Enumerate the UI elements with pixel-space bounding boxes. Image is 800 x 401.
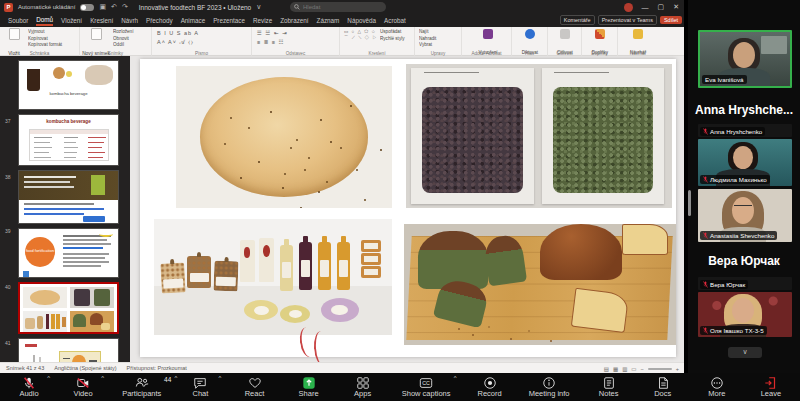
tab-kresleni[interactable]: Kreslení <box>90 17 113 24</box>
leave-button[interactable]: Leave <box>756 376 786 398</box>
slide-41[interactable] <box>140 59 676 357</box>
video-tile-vera[interactable]: Вера Юрчак <box>698 277 792 290</box>
font-size-controls[interactable]: A˄ A˅ 𝒜 ⟨⟩ <box>157 39 194 46</box>
comments-button[interactable]: Komentáře <box>560 15 595 25</box>
close-button[interactable]: ✕ <box>673 3 679 11</box>
tab-soubor[interactable]: Soubor <box>8 17 28 24</box>
reading-view-icon[interactable]: ▭ <box>631 366 636 372</box>
redo-icon[interactable]: ↷ <box>122 2 128 12</box>
tab-vlozeni[interactable]: Vložení <box>61 17 82 24</box>
slidesorter-view-icon[interactable]: ▥ <box>622 366 627 372</box>
title-dropdown-icon[interactable]: ∨ <box>256 2 261 12</box>
notes-button[interactable]: Notes <box>594 376 624 398</box>
zoom-slider[interactable] <box>648 368 672 370</box>
slide-number: 40 <box>5 284 11 290</box>
tab-prechody[interactable]: Přechody <box>146 17 173 24</box>
ppt-ribbon: Vložit Vyjmout Kopírovat Kopírovat formá… <box>0 27 684 56</box>
tab-domu[interactable]: Domů <box>36 16 53 26</box>
wafer-disc-purple <box>321 298 359 322</box>
thumbnail-slide-41-selected[interactable] <box>18 282 119 334</box>
normal-view-icon[interactable]: ▦ <box>613 366 618 372</box>
thumbnail-slide-42[interactable] <box>18 338 119 362</box>
acrobat-pdf-icon <box>483 29 493 39</box>
record-button[interactable]: Record <box>475 376 505 398</box>
share-button[interactable]: Share <box>294 376 324 398</box>
tab-zobrazeni[interactable]: Zobrazení <box>280 17 308 24</box>
notes-icon <box>602 376 616 390</box>
participant-name-tag: Eva Ivanišová <box>702 75 747 84</box>
font-controls[interactable]: B I U S ab A <box>157 30 199 36</box>
apps-icon <box>356 376 370 390</box>
tab-revize[interactable]: Revize <box>253 17 272 24</box>
audio-button[interactable]: ^ Audio <box>14 376 44 398</box>
video-tile-olia[interactable]: Оля Івашко ТХ-3-5 <box>698 292 792 337</box>
language-indicator[interactable]: Angličtina (Spojené státy) <box>54 365 116 371</box>
ribbon-group-sensitivity: Citlivost Citlivost <box>548 27 582 56</box>
maximize-button[interactable]: ▢ <box>658 3 665 11</box>
tab-acrobat[interactable]: Acrobat <box>384 17 406 24</box>
account-avatar[interactable] <box>624 3 633 12</box>
present-in-teams-button[interactable]: Prezentovat v Teams <box>598 15 657 25</box>
video-tile-anna[interactable]: Anna Hryshchenko <box>698 124 792 137</box>
captions-icon: CC <box>419 376 433 390</box>
select-button[interactable]: Vybrat <box>419 42 461 49</box>
collapse-panel-button[interactable]: ∨ <box>728 347 762 358</box>
save-icon[interactable]: ▣ <box>99 2 106 12</box>
undo-icon[interactable]: ↶ <box>111 2 117 12</box>
tab-zaznam[interactable]: Záznam <box>317 17 340 24</box>
accessibility-status[interactable]: Přístupnost: Prozkoumat <box>127 365 187 371</box>
apps-button[interactable]: Apps <box>348 376 378 398</box>
brown-loaf <box>540 224 622 280</box>
autosave-toggle[interactable] <box>80 4 94 11</box>
chat-icon <box>193 376 207 390</box>
thumbnail-slide-39[interactable] <box>18 170 119 224</box>
chat-options-caret[interactable]: ^ <box>219 375 222 381</box>
tab-animace[interactable]: Animace <box>181 17 206 24</box>
video-tile-anastasiia[interactable]: Anastasiia Shevchenko <box>698 189 792 242</box>
participants-options-caret[interactable]: ^ <box>175 375 178 381</box>
participant-overflow-name: Anna Hryshche... <box>688 103 800 117</box>
tab-napoveda[interactable]: Nápověda <box>347 17 376 24</box>
shapes-gallery[interactable]: ▭ ○ △ ⬠ ☆ <box>344 29 376 34</box>
scoby-speckles <box>230 117 232 119</box>
publication-header-mini <box>19 171 118 200</box>
thumbnail-slide-40[interactable]: food fortification <box>18 228 119 278</box>
quick-styles-button[interactable]: Rychlé styly <box>380 36 414 43</box>
zoom-in-icon[interactable]: + <box>676 366 679 372</box>
zoom-out-icon[interactable]: − <box>641 366 644 372</box>
paper-sheet-left <box>411 68 533 203</box>
list-controls[interactable]: ☰ ☱ ⇤ ⇥ <box>257 30 288 36</box>
participants-button[interactable]: 44 ^ Participants <box>122 376 161 398</box>
powerpoint-logo-icon: P <box>4 3 13 12</box>
search-input[interactable] <box>303 4 373 10</box>
ppt-search[interactable] <box>290 2 386 12</box>
format-painter-button[interactable]: Kopírovat formát <box>28 42 78 49</box>
share-document-button[interactable]: Sdílet <box>660 16 682 24</box>
panel-scrollbar[interactable] <box>688 190 691 216</box>
video-button[interactable]: ^ Video <box>68 376 98 398</box>
video-tile-liudmyla[interactable]: Людмила Махинько <box>698 139 792 186</box>
react-button[interactable]: React <box>240 376 270 398</box>
shapes-gallery-row2[interactable]: ⌒ ⟋ ⟍ ◇ ▷ <box>344 35 378 40</box>
more-button[interactable]: More <box>702 376 732 398</box>
video-tile-active-speaker[interactable]: Eva Ivanišová <box>698 30 792 88</box>
meeting-info-button[interactable]: Meeting info <box>529 376 570 398</box>
align-controls[interactable]: ≡ ≣ ≡ ☷ <box>257 39 285 45</box>
thumbnail-slide-38[interactable]: kombucha beverage <box>18 114 119 166</box>
camera-off-icon <box>76 376 90 390</box>
video-options-caret[interactable]: ^ <box>101 375 104 381</box>
docs-button[interactable]: Docs <box>648 376 678 398</box>
screen: P Automatické ukládání ▣ ↶ ↷ Innovative … <box>0 0 800 401</box>
show-captions-button[interactable]: CC ^ Show captions <box>402 376 451 398</box>
section-button[interactable]: Oddíl <box>113 42 151 49</box>
minimize-button[interactable]: — <box>642 4 649 11</box>
captions-options-caret[interactable]: ^ <box>454 375 457 381</box>
tab-prezentace[interactable]: Prezentace <box>213 17 245 24</box>
notes-toggle-icon[interactable]: ▤ <box>604 366 609 372</box>
chat-button[interactable]: ^ Chat <box>185 376 215 398</box>
rotated-text-mini <box>33 355 35 362</box>
thumbnail-slide-37[interactable]: kombucha beverage <box>18 60 119 110</box>
tab-navrh[interactable]: Návrh <box>121 17 138 24</box>
link-button-mini <box>83 216 105 222</box>
audio-options-caret[interactable]: ^ <box>47 375 50 381</box>
